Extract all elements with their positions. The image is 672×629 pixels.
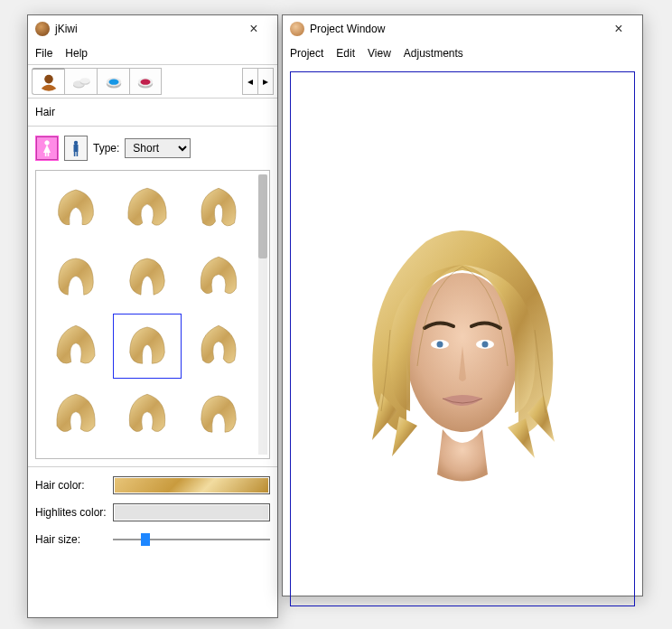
svg-point-11 <box>45 141 49 145</box>
hair-thumb[interactable] <box>113 245 181 310</box>
hair-properties: Hair color: Highlites color: Hair size: <box>28 466 277 558</box>
svg-rect-12 <box>45 153 47 156</box>
titlebar[interactable]: jKiwi × <box>28 15 277 42</box>
menu-project[interactable]: Project <box>290 47 323 60</box>
highlights-color-swatch[interactable] <box>113 503 270 521</box>
menu-help[interactable]: Help <box>65 47 88 60</box>
hair-thumb[interactable] <box>185 382 253 447</box>
menu-edit[interactable]: Edit <box>336 47 355 60</box>
close-icon[interactable]: × <box>236 21 272 37</box>
svg-point-20 <box>437 342 443 348</box>
hair-size-slider[interactable] <box>113 530 270 549</box>
window-title: jKiwi <box>55 23 236 35</box>
hair-thumbnails <box>35 170 270 459</box>
compact-pink-icon <box>135 71 155 91</box>
hair-thumb[interactable] <box>42 314 109 379</box>
app-icon <box>290 22 304 36</box>
hair-thumb[interactable] <box>42 176 109 241</box>
scrollbar-thumb[interactable] <box>258 174 267 258</box>
gender-male-button[interactable] <box>64 136 88 161</box>
svg-rect-17 <box>77 152 79 156</box>
project-window: Project Window × Project Edit View Adjus… <box>282 14 643 596</box>
hair-thumb[interactable] <box>42 245 109 310</box>
menu-file[interactable]: File <box>35 47 52 60</box>
type-select[interactable]: ShortMediumLong <box>125 138 191 158</box>
svg-rect-15 <box>74 145 79 152</box>
tab-eyeshadow[interactable] <box>97 68 129 95</box>
tabs-prev-button[interactable]: ◂ <box>242 68 258 95</box>
hair-thumb[interactable] <box>113 314 181 379</box>
bun-hair-icon <box>39 72 59 92</box>
titlebar[interactable]: Project Window × <box>283 15 642 42</box>
svg-point-14 <box>74 141 78 145</box>
female-icon <box>41 139 53 157</box>
svg-point-4 <box>79 78 89 83</box>
tab-jars[interactable] <box>64 68 97 95</box>
jars-icon <box>71 71 91 91</box>
menubar: File Help <box>28 42 277 64</box>
hair-thumb[interactable] <box>113 382 181 447</box>
close-icon[interactable]: × <box>601 21 637 37</box>
app-icon <box>35 22 50 36</box>
hair-thumb[interactable] <box>185 176 253 241</box>
hair-thumb[interactable] <box>42 382 109 447</box>
tool-tabs: ◂ ▸ <box>28 64 277 99</box>
svg-point-0 <box>44 74 53 83</box>
compact-blue-icon <box>104 71 124 91</box>
menubar: Project Edit View Adjustments <box>283 42 642 64</box>
hair-color-swatch[interactable] <box>113 476 270 494</box>
model-preview <box>327 185 598 493</box>
menu-view[interactable]: View <box>368 47 391 60</box>
hair-thumb[interactable] <box>185 245 253 310</box>
tabs-next-button[interactable]: ▸ <box>257 68 274 95</box>
hair-size-label: Hair size: <box>35 533 113 546</box>
male-icon <box>70 139 82 157</box>
svg-rect-16 <box>74 152 76 156</box>
tools-window: jKiwi × File Help <box>27 14 278 618</box>
hair-color-label: Hair color: <box>35 479 113 492</box>
section-label: Hair <box>28 99 277 127</box>
highlights-color-label: Highlites color: <box>35 506 113 519</box>
tab-hair[interactable] <box>32 68 64 95</box>
svg-point-22 <box>482 342 489 348</box>
type-label: Type: <box>93 142 119 155</box>
tab-blush[interactable] <box>129 68 162 95</box>
options-bar: Type: ShortMediumLong <box>28 127 277 170</box>
window-title: Project Window <box>310 23 601 35</box>
hair-thumb[interactable] <box>185 314 253 379</box>
menu-adjustments[interactable]: Adjustments <box>404 47 463 60</box>
canvas[interactable] <box>290 71 635 606</box>
svg-point-10 <box>141 80 151 85</box>
scrollbar[interactable] <box>258 174 267 455</box>
svg-point-7 <box>108 80 118 85</box>
hair-thumb[interactable] <box>113 176 181 241</box>
svg-rect-13 <box>48 153 50 156</box>
gender-female-button[interactable] <box>35 136 59 161</box>
